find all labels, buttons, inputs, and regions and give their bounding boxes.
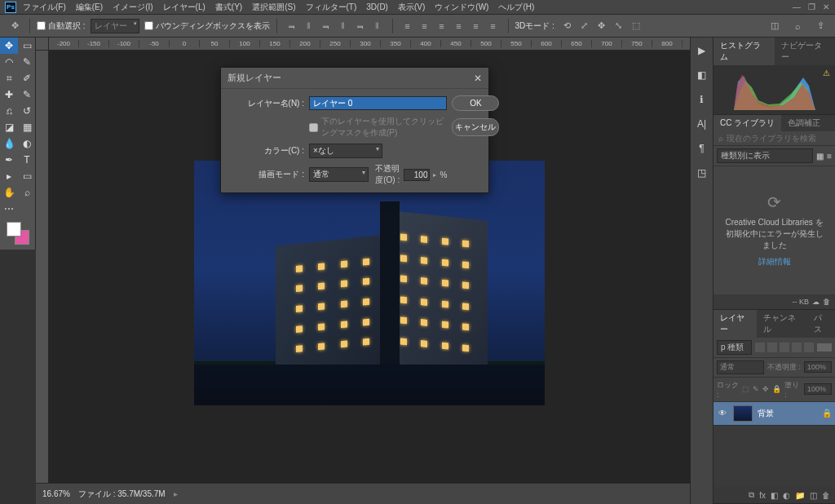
menu-3d[interactable]: 3D(D) bbox=[363, 1, 391, 13]
group-icon[interactable]: 📁 bbox=[795, 491, 805, 500]
tab-navigator[interactable]: ナビゲーター bbox=[775, 38, 836, 65]
library-view-dropdown[interactable]: 種類別に表示 bbox=[717, 148, 813, 163]
gradient-tool[interactable]: ▦ bbox=[18, 119, 36, 135]
3d-icon[interactable]: ⬚ bbox=[628, 18, 644, 34]
lock-icon[interactable]: 🔒 bbox=[772, 385, 781, 393]
filter-icon[interactable] bbox=[767, 343, 777, 352]
menu-view[interactable]: 表示(V) bbox=[395, 0, 428, 15]
library-search-input[interactable] bbox=[727, 134, 830, 143]
align-icon[interactable]: ⫴ bbox=[335, 18, 351, 34]
document-image[interactable] bbox=[194, 161, 545, 405]
search-icon[interactable]: ⌕ bbox=[789, 18, 806, 34]
distribute-icon[interactable]: ≡ bbox=[485, 18, 501, 34]
menu-filter[interactable]: フィルター(T) bbox=[303, 0, 360, 15]
blend-mode-dropdown[interactable]: 通常 bbox=[717, 360, 764, 374]
zoom-tool[interactable]: ⌕ bbox=[18, 184, 36, 201]
lock-icon[interactable]: ✎ bbox=[753, 385, 759, 393]
layer-name[interactable]: 背景 bbox=[758, 408, 817, 419]
color-dropdown[interactable]: ×なし bbox=[309, 144, 382, 158]
distribute-icon[interactable]: ≡ bbox=[468, 18, 484, 34]
menu-image[interactable]: イメージ(I) bbox=[109, 0, 156, 15]
filter-icon[interactable] bbox=[755, 343, 765, 352]
shape-tool[interactable]: ▭ bbox=[18, 168, 36, 184]
workspace-icon[interactable]: ◫ bbox=[767, 18, 783, 34]
opacity-input[interactable] bbox=[404, 169, 430, 181]
fill-field[interactable]: 100% bbox=[804, 383, 832, 395]
trash-icon[interactable]: 🗑 bbox=[822, 491, 830, 500]
type-tool[interactable]: T bbox=[18, 152, 36, 168]
layer-row[interactable]: 👁 背景 🔒 bbox=[714, 402, 835, 426]
window-restore[interactable]: ❐ bbox=[807, 3, 815, 11]
adjustment-icon[interactable]: ◐ bbox=[783, 491, 790, 500]
tab-layers[interactable]: レイヤー bbox=[714, 310, 757, 338]
stamp-tool[interactable]: ⎌ bbox=[0, 103, 18, 119]
move-tool[interactable]: ✥ bbox=[0, 38, 18, 54]
list-view-icon[interactable]: ≡ bbox=[827, 152, 832, 161]
dodge-tool[interactable]: ◐ bbox=[18, 135, 36, 152]
color-swatches[interactable] bbox=[0, 217, 36, 250]
extra-tool[interactable] bbox=[18, 201, 36, 217]
3d-icon[interactable]: ⤡ bbox=[611, 18, 627, 34]
lock-icon[interactable]: 🔒 bbox=[822, 409, 832, 418]
menu-help[interactable]: ヘルプ(H) bbox=[495, 0, 537, 15]
mask-icon[interactable]: ◧ bbox=[771, 491, 778, 500]
filter-toggle[interactable] bbox=[817, 343, 832, 351]
3d-icon[interactable]: ⤢ bbox=[577, 18, 593, 34]
distribute-icon[interactable]: ≡ bbox=[434, 18, 450, 34]
tab-channels[interactable]: チャンネル bbox=[757, 310, 807, 338]
pen-tool[interactable]: ✒ bbox=[0, 152, 18, 168]
info-icon[interactable]: ℹ bbox=[694, 91, 710, 108]
cloud-sync-icon[interactable]: ☁ bbox=[812, 298, 820, 306]
filter-icon[interactable] bbox=[780, 343, 789, 352]
show-bbox-toggle[interactable]: バウンディングボックスを表示 bbox=[144, 20, 270, 32]
edit-toolbar[interactable]: ⋯ bbox=[0, 201, 18, 217]
distribute-icon[interactable]: ≡ bbox=[417, 18, 433, 34]
grid-view-icon[interactable]: ▦ bbox=[816, 152, 824, 161]
ok-button[interactable]: OK bbox=[452, 95, 499, 111]
filter-icon[interactable] bbox=[792, 343, 802, 352]
crop-tool[interactable]: ⌗ bbox=[0, 70, 18, 86]
tab-histogram[interactable]: ヒストグラム bbox=[714, 38, 775, 65]
foreground-color-swatch[interactable] bbox=[7, 222, 21, 237]
eraser-tool[interactable]: ◪ bbox=[0, 119, 18, 135]
filter-icon[interactable] bbox=[804, 343, 814, 352]
align-icon[interactable]: ⫬ bbox=[318, 18, 334, 34]
layer-name-input[interactable] bbox=[309, 96, 447, 110]
menu-layer[interactable]: レイヤー(L) bbox=[160, 0, 209, 15]
zoom-readout[interactable]: 16.67% bbox=[42, 489, 70, 498]
lock-icon[interactable]: ⬚ bbox=[742, 385, 749, 393]
window-close[interactable]: ✕ bbox=[822, 3, 830, 11]
menu-select[interactable]: 選択範囲(S) bbox=[249, 0, 298, 15]
tab-adjustments[interactable]: 色調補正 bbox=[781, 115, 827, 131]
auto-select-target-dropdown[interactable]: レイヤー bbox=[91, 19, 139, 33]
cube-icon[interactable]: ◧ bbox=[694, 67, 710, 83]
type-icon[interactable]: A| bbox=[694, 116, 710, 132]
trash-icon[interactable]: 🗑 bbox=[823, 298, 830, 306]
eyedropper-tool[interactable]: ✐ bbox=[18, 70, 36, 86]
move-tool-icon[interactable]: ✥ bbox=[7, 18, 23, 34]
3d-icon[interactable]: ✥ bbox=[594, 18, 610, 34]
auto-select-toggle[interactable]: 自動選択 : bbox=[37, 20, 86, 32]
menu-edit[interactable]: 編集(E) bbox=[73, 0, 106, 15]
new-layer-icon[interactable]: ◫ bbox=[810, 491, 817, 500]
play-icon[interactable]: ▶ bbox=[694, 42, 710, 59]
doc-info[interactable]: ファイル : 35.7M/35.7M bbox=[78, 489, 166, 500]
link-layers-icon[interactable]: ⧉ bbox=[749, 490, 754, 500]
tab-cc-libraries[interactable]: CC ライブラリ bbox=[714, 115, 781, 131]
library-details-link[interactable]: 詳細情報 bbox=[758, 256, 791, 267]
healing-tool[interactable]: ✚ bbox=[0, 86, 18, 103]
tab-paths[interactable]: パス bbox=[807, 310, 835, 338]
quick-select-tool[interactable]: ✎ bbox=[18, 54, 36, 70]
paragraph-icon[interactable]: ¶ bbox=[694, 140, 710, 157]
align-icon[interactable]: ⫬ bbox=[284, 18, 300, 34]
3d-icon[interactable]: ⟲ bbox=[559, 18, 576, 34]
distribute-icon[interactable]: ≡ bbox=[400, 18, 416, 34]
properties-icon[interactable]: ◳ bbox=[694, 165, 710, 181]
window-minimize[interactable]: — bbox=[793, 3, 801, 11]
distribute-icon[interactable]: ≡ bbox=[451, 18, 467, 34]
align-icon[interactable]: ⫴ bbox=[369, 18, 386, 34]
path-select-tool[interactable]: ▸ bbox=[0, 168, 18, 184]
align-icon[interactable]: ⫬ bbox=[352, 18, 369, 34]
clipping-mask-checkbox[interactable]: 下のレイヤーを使用してクリッピングマスクを作成(P) bbox=[309, 116, 447, 139]
visibility-toggle[interactable]: 👁 bbox=[717, 408, 728, 419]
